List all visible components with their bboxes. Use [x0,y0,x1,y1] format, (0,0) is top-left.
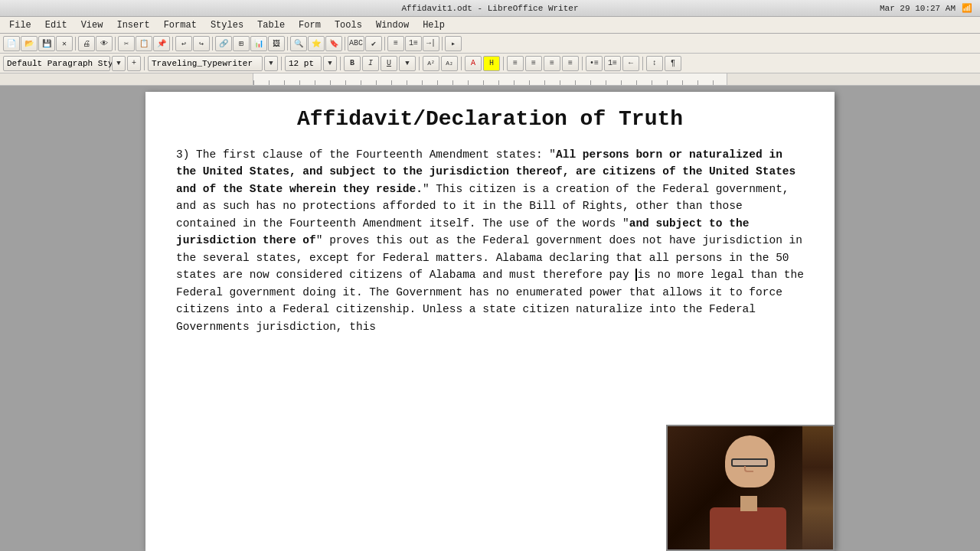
menu-file[interactable]: File [3,18,38,32]
save-btn[interactable]: 💾 [38,36,55,51]
menu-bar: File Edit View Insert Format Styles Tabl… [0,17,980,34]
paste-btn[interactable]: 📌 [153,36,170,51]
find-btn[interactable]: 🔍 [290,36,307,51]
print-btn[interactable]: 🖨 [78,36,95,51]
align-justify-btn[interactable]: ≡ [562,56,579,71]
sep-f5 [461,57,462,70]
line-spacing-btn[interactable]: ↕ [646,56,663,71]
align-right-btn[interactable]: ≡ [544,56,560,71]
menu-format[interactable]: Format [158,18,203,32]
font-color-btn[interactable]: A [465,56,482,71]
sep4 [212,37,213,51]
numbering2-btn[interactable]: 1≡ [604,56,621,71]
bookmark-btn[interactable]: 🔖 [325,36,342,51]
text-cursor [635,269,637,281]
sep5 [287,37,288,51]
menu-view[interactable]: View [75,18,109,32]
sep-f8 [642,57,643,70]
menu-help[interactable]: Help [416,18,451,32]
person-nose [744,466,753,472]
menu-styles[interactable]: Styles [204,18,250,32]
video-person [668,426,833,549]
para-spacing-btn[interactable]: ¶ [665,56,681,71]
bold-btn[interactable]: B [344,56,361,71]
underline-arrow[interactable]: ▼ [399,56,416,71]
open-btn[interactable]: 📂 [21,36,38,51]
menu-window[interactable]: Window [370,18,415,32]
sep3 [172,37,173,51]
sep-f7 [582,57,583,70]
ruler [0,73,980,86]
ruler-inner [253,73,727,85]
video-overlay [666,425,835,551]
title-bar: Affidavit1.odt - LibreOffice Writer Mar … [0,0,980,17]
sep1 [75,37,76,51]
menu-form[interactable]: Form [292,18,327,32]
person-head [725,435,775,487]
system-info: Mar 29 10:27 AM 📶 [880,3,972,13]
image-btn[interactable]: 🖼 [268,36,285,51]
document-area: Affidavit/Declaration of Truth 3) The fi… [0,86,980,551]
wifi-icon: 📶 [962,3,972,13]
indent-less-btn[interactable]: ← [622,56,639,71]
sep-f1 [144,57,145,70]
datetime: Mar 29 10:27 AM [880,4,956,13]
indent-btn[interactable]: →| [423,36,439,51]
sep-f2 [281,57,282,70]
align-left-btn[interactable]: ≡ [507,56,524,71]
superscript-btn[interactable]: A² [423,56,439,71]
cut-btn[interactable]: ✂ [118,36,135,51]
style-btn[interactable]: ▼ [112,56,126,71]
sep7 [384,37,385,51]
sep8 [442,37,443,51]
list-btn[interactable]: ≡ [387,36,404,51]
document-title: Affidavit/Declaration of Truth [176,107,804,131]
document-page: Affidavit/Declaration of Truth 3) The fi… [145,92,835,551]
table-btn[interactable]: ⊞ [233,36,250,51]
font-size-arrow[interactable]: ▼ [323,56,337,71]
menu-tools[interactable]: Tools [328,18,368,32]
sep-f6 [503,57,504,70]
menu-insert[interactable]: Insert [110,18,155,32]
paragraph-style-dropdown[interactable]: Default Paragraph Style [3,56,110,71]
chart-btn[interactable]: 📊 [250,36,267,51]
spell-btn[interactable]: ABC [348,36,364,51]
underline-btn[interactable]: U [381,56,397,71]
numbering-btn[interactable]: 1≡ [405,36,422,51]
sep2 [115,37,116,51]
person-body [710,507,786,549]
sep-f4 [419,57,420,70]
new-style-btn[interactable]: + [127,56,141,71]
paragraph-3: 3) The first clause of the Fourteenth Am… [176,146,804,335]
close-btn[interactable]: ✕ [56,36,73,51]
sep6 [345,37,345,51]
main-toolbar: 📄 📂 💾 ✕ 🖨 👁 ✂ 📋 📌 ↩ ↪ 🔗 ⊞ 📊 🖼 🔍 ⭐ 🔖 ABC … [0,34,980,54]
highlight-btn[interactable]: H [483,56,500,71]
new-btn[interactable]: 📄 [3,36,20,51]
person-neck [740,496,757,511]
bullets-btn[interactable]: •≡ [586,56,603,71]
italic-btn[interactable]: I [362,56,379,71]
document-body[interactable]: 3) The first clause of the Fourteenth Am… [176,146,804,335]
menu-table[interactable]: Table [251,18,291,32]
undo-btn[interactable]: ↩ [175,36,192,51]
font-name-arrow[interactable]: ▼ [264,56,278,71]
autocorrect-btn[interactable]: ✔ [365,36,382,51]
redo-btn[interactable]: ↪ [193,36,210,51]
more-btn[interactable]: ▸ [445,36,462,51]
font-size-dropdown[interactable]: 12 pt [285,56,322,71]
print-preview-btn[interactable]: 👁 [96,36,113,51]
subscript-btn[interactable]: A₂ [441,56,458,71]
copy-btn[interactable]: 📋 [136,36,152,51]
formatting-toolbar: Default Paragraph Style ▼ + Traveling_Ty… [0,54,980,73]
hyperlink-btn[interactable]: 🔗 [215,36,232,51]
star-btn[interactable]: ⭐ [308,36,325,51]
font-name-dropdown[interactable]: Traveling_Typewriter [148,56,263,71]
window-title: Affidavit1.odt - LibreOffice Writer [401,4,578,13]
sep-f3 [340,57,341,70]
menu-edit[interactable]: Edit [39,18,74,32]
align-center-btn[interactable]: ≡ [525,56,542,71]
